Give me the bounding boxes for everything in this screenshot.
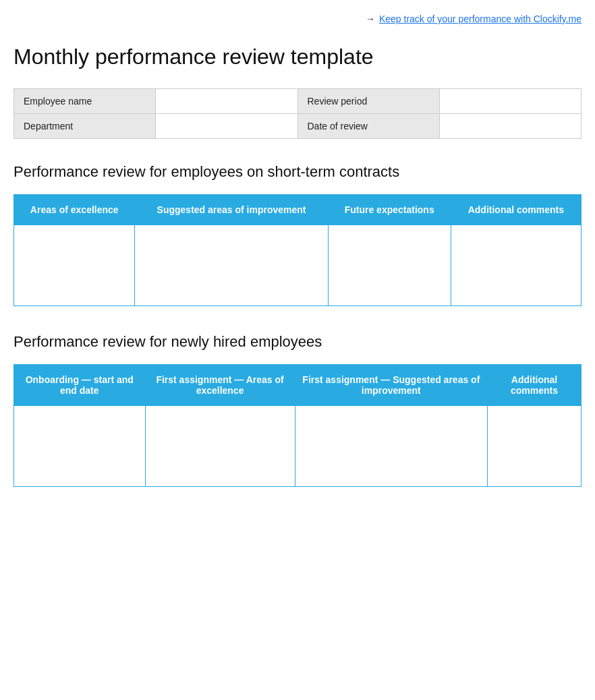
review-period-value[interactable] bbox=[439, 89, 581, 114]
section2-data-row bbox=[14, 406, 582, 487]
section1-title: Performance review for employees on shor… bbox=[13, 163, 582, 181]
section2-title: Performance review for newly hired emplo… bbox=[13, 333, 582, 351]
date-of-review-label: Date of review bbox=[298, 114, 439, 139]
info-row-2: Department Date of review bbox=[14, 114, 582, 139]
section2-cell-3[interactable] bbox=[295, 406, 488, 487]
section2-table: Onboarding — start and end date First as… bbox=[13, 364, 582, 487]
section2-header-row: Onboarding — start and end date First as… bbox=[14, 365, 582, 406]
section1-header-future-expectations: Future expectations bbox=[328, 195, 451, 225]
info-table: Employee name Review period Department D… bbox=[13, 88, 582, 139]
top-link-row: → Keep track of your performance with Cl… bbox=[13, 13, 582, 24]
section1-header-areas-excellence: Areas of excellence bbox=[14, 195, 135, 225]
department-label: Department bbox=[14, 114, 156, 139]
section1-header-suggested-areas: Suggested areas of improvement bbox=[135, 195, 328, 225]
section1-header-row: Areas of excellence Suggested areas of i… bbox=[14, 195, 582, 225]
page-title: Monthly performance review template bbox=[13, 45, 582, 69]
section1-cell-4[interactable] bbox=[451, 225, 581, 306]
section1-table: Areas of excellence Suggested areas of i… bbox=[13, 194, 582, 306]
info-row-1: Employee name Review period bbox=[14, 89, 582, 114]
arrow-icon: → bbox=[366, 13, 375, 24]
section2-cell-2[interactable] bbox=[145, 406, 295, 487]
section1-cell-2[interactable] bbox=[135, 225, 328, 306]
employee-name-label: Employee name bbox=[14, 89, 156, 114]
section2-header-onboarding: Onboarding — start and end date bbox=[14, 365, 146, 406]
employee-name-value[interactable] bbox=[156, 89, 298, 114]
section1-data-row bbox=[14, 225, 582, 306]
section2-cell-4[interactable] bbox=[488, 406, 582, 487]
section1-block: Performance review for employees on shor… bbox=[13, 163, 582, 306]
section2-header-first-assignment-excellence: First assignment — Areas of excellence bbox=[145, 365, 295, 406]
section2-cell-1[interactable] bbox=[14, 406, 146, 487]
clockify-link[interactable]: Keep track of your performance with Cloc… bbox=[379, 13, 582, 24]
section1-cell-1[interactable] bbox=[14, 225, 135, 306]
date-of-review-value[interactable] bbox=[439, 114, 581, 139]
section2-header-additional-comments: Additional comments bbox=[488, 365, 582, 406]
section1-header-additional-comments: Additional comments bbox=[451, 195, 581, 225]
review-period-label: Review period bbox=[298, 89, 439, 114]
section2-block: Performance review for newly hired emplo… bbox=[13, 333, 582, 487]
department-value[interactable] bbox=[156, 114, 298, 139]
section2-header-first-assignment-improvement: First assignment — Suggested areas of im… bbox=[295, 365, 488, 406]
section1-cell-3[interactable] bbox=[328, 225, 451, 306]
